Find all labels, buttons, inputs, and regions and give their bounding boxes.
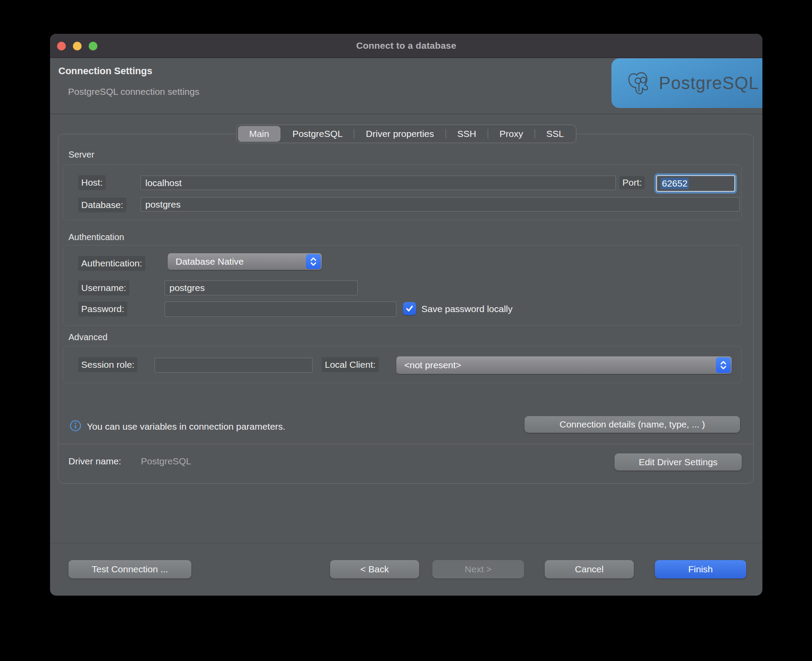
close-button[interactable] (57, 42, 66, 50)
tab-bar: Main PostgreSQL Driver properties SSH Pr… (236, 125, 577, 143)
username-input[interactable] (165, 280, 358, 295)
minimize-button[interactable] (73, 42, 82, 50)
session-role-label: Session role: (78, 357, 137, 372)
test-connection-button[interactable]: Test Connection ... (68, 560, 191, 578)
edit-driver-settings-button[interactable]: Edit Driver Settings (614, 453, 742, 471)
save-password-checkbox[interactable] (403, 302, 416, 315)
postgresql-logo-text: PostgreSQL (659, 73, 759, 93)
connect-dialog-window: Connect to a database Connection Setting… (50, 34, 762, 596)
zoom-button[interactable] (89, 42, 97, 50)
driver-name-value: PostgreSQL (141, 456, 191, 467)
database-input[interactable] (140, 197, 740, 212)
host-input[interactable] (140, 176, 616, 190)
next-button[interactable]: Next > (432, 560, 524, 578)
username-label: Username: (78, 280, 129, 295)
database-label: Database: (78, 198, 126, 212)
server-section-label: Server (68, 150, 94, 160)
session-role-input[interactable] (154, 358, 313, 373)
cancel-button[interactable]: Cancel (545, 560, 634, 578)
info-message: You can use variables in connection para… (87, 421, 285, 432)
password-input[interactable] (165, 302, 396, 317)
popup-chevrons-icon (716, 357, 731, 373)
authentication-label: Authentication: (78, 256, 145, 271)
port-selected-text: 62652 (661, 178, 689, 189)
footer-separator (50, 543, 762, 543)
window-title: Connect to a database (356, 40, 456, 51)
local-client-label: Local Client: (322, 357, 379, 372)
back-button[interactable]: < Back (330, 560, 419, 578)
page-title: Connection Settings (58, 65, 152, 77)
title-bar: Connect to a database (50, 34, 762, 58)
driver-name-label: Driver name: (68, 456, 121, 467)
tab-proxy[interactable]: Proxy (488, 125, 535, 143)
tab-ssl[interactable]: SSL (535, 125, 575, 143)
local-client-select-value: <not present> (396, 360, 715, 370)
local-client-select[interactable]: <not present> (396, 356, 732, 374)
postgresql-banner: PostgreSQL (611, 58, 762, 108)
server-fieldset (63, 165, 742, 220)
connection-details-button[interactable]: Connection details (name, type, ... ) (525, 416, 740, 433)
tab-driver-properties[interactable]: Driver properties (355, 125, 446, 143)
password-label: Password: (78, 302, 127, 316)
authentication-select[interactable]: Database Native (168, 253, 322, 270)
tab-ssh[interactable]: SSH (446, 125, 488, 143)
info-icon (69, 420, 82, 432)
postgresql-elephant-icon (625, 70, 653, 97)
advanced-section-label: Advanced (68, 332, 108, 342)
port-label: Port: (619, 176, 645, 189)
tab-postgresql[interactable]: PostgreSQL (281, 125, 354, 143)
authentication-section-label: Authentication (68, 232, 124, 242)
page-subtitle: PostgreSQL connection settings (68, 86, 199, 97)
authentication-select-value: Database Native (168, 256, 305, 267)
finish-button[interactable]: Finish (655, 560, 746, 578)
tab-main[interactable]: Main (238, 126, 281, 142)
header-separator (50, 114, 762, 114)
port-input[interactable]: 62652 (656, 175, 735, 192)
popup-chevrons-icon (306, 254, 321, 269)
driver-separator (58, 444, 753, 444)
save-password-label: Save password locally (421, 304, 513, 314)
host-label: Host: (78, 175, 106, 190)
checkmark-icon (405, 304, 414, 313)
